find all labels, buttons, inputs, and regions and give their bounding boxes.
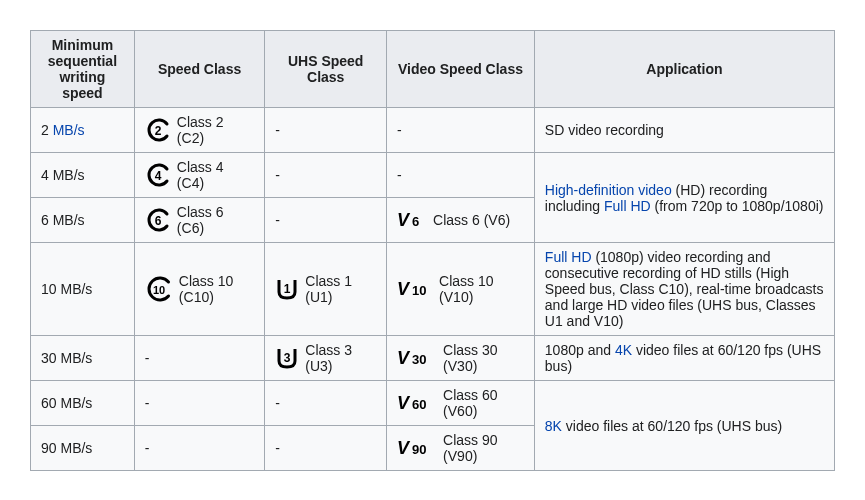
cell-speed-class: -	[134, 381, 264, 426]
class-v-icon: V 60	[397, 393, 437, 413]
class-v-icon: V 6	[397, 210, 427, 230]
cell-video-class: V 6 Class 6 (V6)	[387, 198, 535, 243]
table-row: 10 MB/s 10 Class 10 (C10) 1 Cla	[31, 243, 835, 336]
full-hd-link[interactable]: Full HD	[604, 198, 651, 214]
class-c-icon: 10	[145, 275, 173, 303]
svg-text:1: 1	[284, 282, 291, 296]
hd-video-link[interactable]: High-definition video	[545, 182, 672, 198]
mbps-link[interactable]: MB/s	[53, 122, 85, 138]
table-row: 60 MB/s - - V 60 Class 60 (V60) 8K video…	[31, 381, 835, 426]
cell-application: 8K video files at 60/120 fps (UHS bus)	[534, 381, 834, 471]
svg-text:90: 90	[412, 442, 426, 457]
cell-speed-class: 10 Class 10 (C10)	[134, 243, 264, 336]
cell-uhs-class: 3 Class 3 (U3)	[265, 336, 387, 381]
8k-link[interactable]: 8K	[545, 418, 562, 434]
svg-text:10: 10	[153, 284, 165, 296]
class-c-icon: 2	[145, 117, 171, 143]
class-u-icon: 1	[275, 277, 299, 301]
class-u-icon: 3	[275, 346, 299, 370]
cell-application: Full HD (1080p) video recording and cons…	[534, 243, 834, 336]
cell-speed: 2 MB/s	[31, 108, 135, 153]
cell-speed-class: 4 Class 4 (C4)	[134, 153, 264, 198]
cell-speed-class: 6 Class 6 (C6)	[134, 198, 264, 243]
cell-application: 1080p and 4K video files at 60/120 fps (…	[534, 336, 834, 381]
cell-application: SD video recording	[534, 108, 834, 153]
svg-text:4: 4	[155, 169, 162, 183]
svg-text:60: 60	[412, 397, 426, 412]
svg-text:10: 10	[412, 283, 426, 298]
cell-video-class: -	[387, 108, 535, 153]
table-row: 30 MB/s - 3 Class 3 (U3) V 30	[31, 336, 835, 381]
cell-uhs-class: -	[265, 108, 387, 153]
cell-uhs-class: 1 Class 1 (U1)	[265, 243, 387, 336]
svg-text:30: 30	[412, 352, 426, 367]
svg-text:6: 6	[155, 214, 162, 228]
cell-video-class: V 60 Class 60 (V60)	[387, 381, 535, 426]
cell-speed: 4 MB/s	[31, 153, 135, 198]
svg-text:V: V	[397, 210, 411, 230]
table-header-row: Minimum sequential writing speed Speed C…	[31, 31, 835, 108]
class-c-icon: 4	[145, 162, 171, 188]
cell-application: High-definition video (HD) recording inc…	[534, 153, 834, 243]
col-header-uhs-class: UHS Speed Class	[265, 31, 387, 108]
svg-text:V: V	[397, 393, 411, 413]
full-hd-link[interactable]: Full HD	[545, 249, 592, 265]
class-v-icon: V 30	[397, 348, 437, 368]
svg-text:V: V	[397, 279, 411, 299]
svg-text:2: 2	[155, 124, 162, 138]
cell-video-class: V 10 Class 10 (V10)	[387, 243, 535, 336]
col-header-video-class: Video Speed Class	[387, 31, 535, 108]
cell-speed-class: 2 Class 2 (C2)	[134, 108, 264, 153]
table-row: 2 MB/s 2 Class 2 (C2) - - SD video recor…	[31, 108, 835, 153]
cell-video-class: V 90 Class 90 (V90)	[387, 426, 535, 471]
table-row: 4 MB/s 4 Class 4 (C4) - - High-definitio…	[31, 153, 835, 198]
cell-speed: 6 MB/s	[31, 198, 135, 243]
class-v-icon: V 90	[397, 438, 437, 458]
class-c-icon: 6	[145, 207, 171, 233]
cell-speed: 60 MB/s	[31, 381, 135, 426]
cell-video-class: V 30 Class 30 (V30)	[387, 336, 535, 381]
cell-speed: 10 MB/s	[31, 243, 135, 336]
cell-uhs-class: -	[265, 153, 387, 198]
svg-text:6: 6	[412, 214, 419, 229]
cell-uhs-class: -	[265, 381, 387, 426]
svg-text:V: V	[397, 438, 411, 458]
4k-link[interactable]: 4K	[615, 342, 632, 358]
speed-class-table: Minimum sequential writing speed Speed C…	[30, 30, 835, 471]
col-header-speed-class: Speed Class	[134, 31, 264, 108]
cell-speed-class: -	[134, 336, 264, 381]
col-header-speed: Minimum sequential writing speed	[31, 31, 135, 108]
cell-speed: 90 MB/s	[31, 426, 135, 471]
svg-text:V: V	[397, 348, 411, 368]
col-header-application: Application	[534, 31, 834, 108]
cell-uhs-class: -	[265, 426, 387, 471]
cell-video-class: -	[387, 153, 535, 198]
class-v-icon: V 10	[397, 279, 433, 299]
cell-speed-class: -	[134, 426, 264, 471]
cell-uhs-class: -	[265, 198, 387, 243]
cell-speed: 30 MB/s	[31, 336, 135, 381]
svg-text:3: 3	[284, 351, 291, 365]
